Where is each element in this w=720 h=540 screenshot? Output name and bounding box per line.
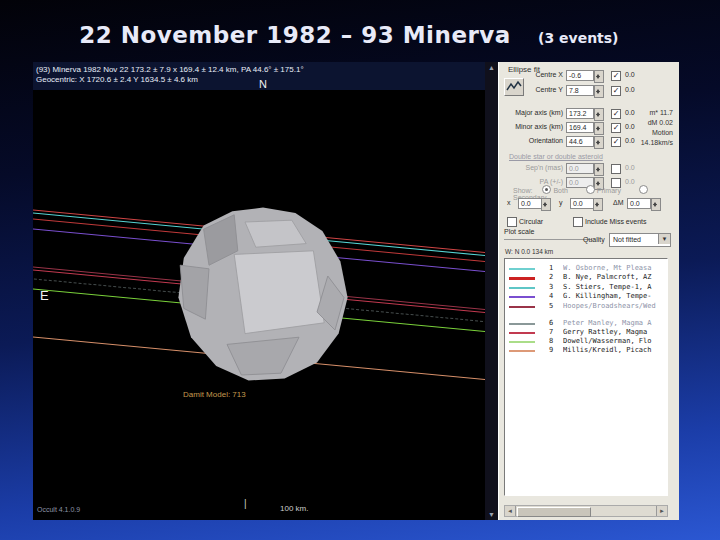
chord-color-swatch [509,350,535,352]
centre-x-spinner[interactable] [594,70,604,83]
north-label: N [259,78,267,90]
chord-color-swatch [509,306,535,308]
minor-axis-checkbox[interactable]: ✓ [611,123,621,133]
motion-value: 14.18km/s [641,138,673,148]
centre-x-checkbox[interactable]: ✓ [611,71,621,81]
chord-color-swatch [509,296,535,298]
centre-y-label: Centre Y [499,86,563,93]
slide: 22 November 1982 – 93 Minerva (3 events)… [0,0,720,540]
centre-x-value[interactable]: -0.6 [566,70,594,81]
legend-row[interactable]: 2B. Nye, Palmcroft, AZ [505,273,667,282]
radio-secondary[interactable] [639,185,648,194]
chord-plot-area: (93) Minerva 1982 Nov 22 173.2 ± 7.9 x 1… [33,62,485,520]
delta-m-spinner[interactable] [651,198,661,211]
minor-axis-uncertainty: 0.0 [625,123,635,130]
east-label: E [40,288,49,303]
major-axis-uncertainty: 0.0 [625,109,635,116]
cursor-position-readout: W: N 0.0 134 km [505,248,553,255]
radio-primary[interactable] [586,185,595,194]
fit-info-block: m* 11.7 dM 0.02 Motion 14.18km/s [641,108,673,148]
centre-y-uncertainty: 0.0 [625,86,635,93]
delta-x-spinner[interactable] [541,198,551,211]
include-miss-checkbox[interactable] [573,217,583,227]
minor-axis-spinner[interactable] [594,122,604,135]
legend-row[interactable]: 3S. Stiers, Tempe-1, A [505,283,667,292]
scroll-down-icon[interactable]: ▼ [485,511,498,518]
separation-uncertainty: 0.0 [625,164,635,171]
scroll-left-icon[interactable]: ◄ [505,506,516,516]
observer-legend-list: 1W. Osborne, Mt Pleasa 2B. Nye, Palmcrof… [504,258,668,496]
delta-y-label: y [559,199,563,206]
show-option-both[interactable]: Both [542,187,575,194]
orientation-uncertainty: 0.0 [625,137,635,144]
plot-scale-slider[interactable] [504,239,592,240]
offset-row: x 0.0 y 0.0 ΔM 0.0 [499,198,679,209]
chord-color-swatch [509,323,535,325]
delta-m-label: ΔM [613,199,624,206]
star-magnitude: m* 11.7 [641,108,673,118]
asteroid-shape-model [173,204,353,384]
orientation-value[interactable]: 44.6 [566,136,594,147]
slide-title: 22 November 1982 – 93 Minerva [75,22,515,48]
legend-row[interactable]: 1W. Osborne, Mt Pleasa [505,264,667,273]
major-axis-spinner[interactable] [594,108,604,121]
centre-y-checkbox[interactable]: ✓ [611,86,621,96]
motion-label: Motion [641,128,673,138]
separation-value[interactable]: 0.0 [566,163,594,174]
orientation-spinner[interactable] [594,136,604,149]
delta-x-value[interactable]: 0.0 [518,198,542,209]
centre-y-value[interactable]: 7.8 [566,85,594,96]
minor-axis-value[interactable]: 169.4 [566,122,594,133]
scrollbar-thumb[interactable] [517,507,591,517]
scroll-right-icon[interactable]: ► [656,506,667,516]
quality-dropdown[interactable]: Not fitted ▼ [609,233,671,247]
version-label: Occult 4.1.0.9 [37,506,80,513]
major-axis-checkbox[interactable]: ✓ [611,109,621,119]
pa-label: PA (+/-) [499,178,563,185]
events-count-note: (3 events) [538,30,619,46]
legend-row[interactable]: 4G. Killingham, Tempe- [505,292,667,301]
chord-color-swatch [509,287,535,289]
legend-row[interactable]: 9Millis/Kreidl, Picach [505,346,667,355]
scale-bar-tick: | [244,498,247,509]
dropdown-arrow-icon[interactable]: ▼ [658,234,670,244]
circular-checkbox[interactable] [507,217,517,227]
chord-color-swatch [509,268,535,270]
delta-y-value[interactable]: 0.0 [570,198,594,209]
damit-model-label: Damit Model: 713 [183,390,246,399]
quality-label: Quality [583,236,605,243]
fit-summary-line: (93) Minerva 1982 Nov 22 173.2 ± 7.9 x 1… [36,65,485,75]
major-axis-value[interactable]: 173.2 [566,108,594,119]
occult-app-screenshot: (93) Minerva 1982 Nov 22 173.2 ± 7.9 x 1… [33,62,678,520]
scroll-up-icon[interactable]: ▲ [485,64,498,71]
orientation-label: Orientation [499,137,563,144]
chord-color-swatch [509,277,535,280]
legend-row[interactable]: 6Peter Manley, Magma A [505,319,667,328]
plot-vertical-scrollbar[interactable]: ▲ ▼ [485,62,498,520]
chord-color-swatch [509,341,535,343]
orientation-checkbox[interactable]: ✓ [611,137,621,147]
centre-y-spinner[interactable] [594,85,604,98]
legend-horizontal-scrollbar[interactable]: ◄ ► [504,505,668,517]
legend-row[interactable]: 7Gerry Rattley, Magma [505,328,667,337]
separation-spinner[interactable] [594,163,604,176]
delta-m-value[interactable]: 0.0 [627,198,651,209]
centre-x-label: Centre X [499,71,563,78]
magnitude-drop: dM 0.02 [641,118,673,128]
separation-checkbox[interactable] [611,164,621,174]
legend-row[interactable]: 5Hoopes/Broadshears/Wed [505,302,667,311]
separation-label: Sep'n (mas) [499,164,563,171]
quality-value: Not fitted [613,236,641,243]
plot-scale-label: Plot scale [504,228,534,235]
include-miss-label: Include Miss events [585,218,646,225]
double-star-link[interactable]: Double star or double asteroid [509,153,603,160]
delta-y-spinner[interactable] [593,198,603,211]
show-label: Show: [513,187,532,194]
legend-row[interactable]: 8Dowell/Wasserman, Flo [505,337,667,346]
chord-color-swatch [509,332,535,334]
radio-both[interactable] [542,185,551,194]
show-option-primary[interactable]: Primary [586,187,629,194]
major-axis-label: Major axis (km) [499,109,563,116]
scale-bar-label: 100 km. [280,504,308,513]
pa-uncertainty: 0.0 [625,178,635,185]
